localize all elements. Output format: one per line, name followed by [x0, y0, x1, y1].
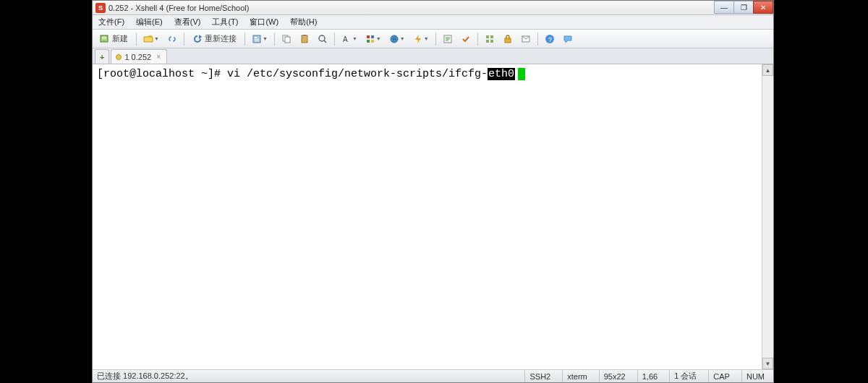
svg-rect-6 [255, 40, 259, 41]
menu-edit[interactable]: 编辑(E) [133, 15, 166, 29]
new-tab-button[interactable]: + [95, 49, 109, 64]
status-bar: 已连接 192.168.0.252:22。 SSH2 xterm 95x22 1… [93, 369, 773, 382]
svg-rect-15 [371, 35, 374, 38]
font-button[interactable]: A▼ [339, 32, 360, 46]
reconnect-button[interactable]: 重新连接 [188, 32, 241, 46]
globe-button[interactable]: ▼ [386, 32, 408, 46]
find-button[interactable] [315, 32, 331, 46]
properties-icon [252, 34, 262, 44]
check-button[interactable] [458, 32, 474, 46]
menu-tools[interactable]: 工具(T) [209, 15, 241, 29]
svg-rect-20 [486, 35, 489, 38]
svg-point-11 [319, 35, 325, 41]
scroll-down-button[interactable]: ▼ [762, 358, 773, 369]
separator [537, 33, 538, 46]
minimize-button[interactable]: — [714, 1, 734, 14]
font-icon: A [341, 34, 352, 44]
separator [334, 33, 335, 46]
link-button[interactable] [164, 32, 180, 46]
new-icon [100, 34, 110, 44]
globe-icon [389, 34, 399, 44]
open-button[interactable]: ▼ [140, 32, 162, 46]
svg-rect-23 [490, 40, 493, 43]
chevron-down-icon: ▼ [376, 36, 381, 41]
link-icon [167, 34, 177, 44]
lightning-button[interactable]: ▼ [410, 32, 432, 46]
maximize-button[interactable]: ❐ [733, 1, 754, 14]
terminal-highlight: eth0 [488, 68, 515, 80]
svg-rect-21 [490, 35, 493, 38]
tile-button[interactable] [482, 32, 498, 46]
scroll-up-button[interactable]: ▲ [762, 64, 773, 76]
copy-icon [281, 34, 292, 44]
properties-button[interactable]: ▼ [249, 32, 271, 46]
separator [184, 33, 184, 46]
svg-rect-9 [302, 35, 307, 43]
svg-rect-10 [303, 35, 306, 36]
status-position: 1,66 [637, 370, 662, 382]
svg-rect-17 [371, 40, 374, 43]
vertical-scrollbar[interactable]: ▲ ▼ [762, 64, 773, 369]
svg-text:?: ? [548, 36, 552, 43]
menu-view[interactable]: 查看(V) [171, 15, 204, 29]
chevron-down-icon: ▼ [424, 36, 429, 41]
separator [136, 33, 137, 46]
svg-rect-5 [255, 39, 259, 40]
status-dot-icon [116, 54, 122, 60]
status-caps: CAP [708, 370, 734, 382]
close-button[interactable]: ✕ [753, 1, 773, 14]
svg-rect-8 [285, 37, 290, 43]
tab-bar: + 1 0.252 × [93, 48, 773, 64]
help-icon: ? [545, 34, 555, 44]
menu-file[interactable]: 文件(F) [95, 15, 127, 29]
separator [435, 33, 436, 46]
chevron-down-icon: ▼ [352, 36, 357, 41]
paste-icon [299, 34, 310, 44]
menu-window[interactable]: 窗口(W) [247, 15, 281, 29]
color-button[interactable]: ▼ [362, 32, 384, 46]
script-icon [443, 34, 453, 44]
status-protocol: SSH2 [524, 370, 555, 382]
tile-icon [485, 34, 495, 44]
color-icon [365, 34, 375, 44]
paste-button[interactable] [297, 32, 312, 46]
chevron-down-icon: ▼ [263, 36, 268, 41]
reconnect-label: 重新连接 [205, 33, 237, 44]
chevron-down-icon: ▼ [154, 36, 159, 41]
svg-rect-1 [102, 37, 106, 38]
terminal-line: [root@localhost ~]# vi /etc/sysconfig/ne… [97, 68, 488, 80]
lock-icon [503, 34, 513, 44]
window-controls: — ❐ ✕ [715, 1, 773, 14]
copy-button[interactable] [278, 32, 294, 46]
reconnect-icon [192, 34, 203, 44]
lock-button[interactable] [500, 32, 516, 46]
app-icon: S [95, 3, 106, 13]
toolbar: 新建 ▼ 重新连接 ▼ A▼ ▼ ▼ ▼ [93, 30, 773, 48]
terminal[interactable]: [root@localhost ~]# vi /etc/sysconfig/ne… [93, 64, 762, 369]
separator [274, 33, 275, 46]
chat-button[interactable] [560, 32, 576, 46]
svg-text:A: A [343, 35, 348, 43]
menu-help[interactable]: 帮助(H) [287, 15, 320, 29]
help-button[interactable]: ? [542, 32, 558, 46]
tab-session-1[interactable]: 1 0.252 × [111, 49, 167, 64]
mail-button[interactable] [518, 32, 534, 46]
svg-rect-22 [486, 40, 489, 43]
svg-line-12 [324, 40, 326, 43]
new-label: 新建 [112, 33, 128, 44]
new-session-button[interactable]: 新建 [95, 32, 132, 46]
search-icon [318, 34, 328, 44]
mail-icon [521, 34, 531, 44]
chat-icon [563, 34, 573, 44]
svg-rect-24 [505, 38, 511, 43]
app-window: S 0.252 - Xshell 4 (Free for Home/School… [92, 0, 774, 383]
chevron-down-icon: ▼ [400, 36, 405, 41]
status-termtype: xterm [562, 370, 592, 382]
title-bar: S 0.252 - Xshell 4 (Free for Home/School… [93, 1, 773, 15]
script-button[interactable] [440, 32, 456, 46]
tab-close-button[interactable]: × [156, 53, 161, 61]
menu-bar: 文件(F) 编辑(E) 查看(V) 工具(T) 窗口(W) 帮助(H) [93, 15, 773, 30]
lightning-icon [413, 34, 423, 44]
svg-rect-16 [367, 40, 370, 43]
separator [477, 33, 478, 46]
